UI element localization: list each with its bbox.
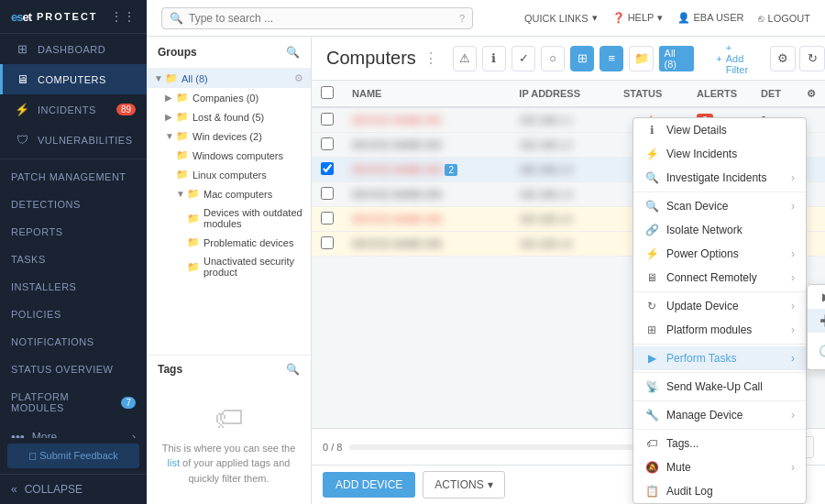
ctx-label: Audit Log bbox=[666, 485, 713, 498]
sidebar-item-patch-management[interactable]: Patch Management bbox=[0, 163, 147, 191]
grid-view-btn[interactable]: ⊞ bbox=[570, 46, 594, 71]
ip-address: 192.168.1.3 bbox=[519, 164, 572, 175]
sidebar-item-installers[interactable]: Installers bbox=[0, 273, 147, 301]
circle-filter-btn[interactable]: ○ bbox=[541, 46, 565, 71]
ctx-power-options[interactable]: ⚡ Power Options › bbox=[633, 242, 806, 266]
ctx-separator bbox=[633, 429, 806, 430]
folder-view-btn[interactable]: 📁 bbox=[629, 46, 653, 71]
gear-icon[interactable]: ⚙ bbox=[294, 72, 303, 84]
ip-address: 192.168.1.4 bbox=[519, 189, 572, 200]
warning-filter-btn[interactable]: ⚠ bbox=[453, 46, 477, 71]
tree-item-windows-computers[interactable]: 📁 Windows computers bbox=[147, 146, 311, 165]
ctx-scan-device[interactable]: 🔍 Scan Device › bbox=[633, 194, 806, 218]
ok-filter-btn[interactable]: ✓ bbox=[512, 46, 535, 71]
submenu-arrow-icon: › bbox=[791, 247, 795, 260]
left-panel: Groups 🔍 ▼ 📁 All (8) ⚙ ▶ 📁 Companies (0)… bbox=[147, 37, 312, 504]
user-btn[interactable]: 👤 EBA USER bbox=[677, 12, 743, 24]
tags-search-icon[interactable]: 🔍 bbox=[286, 363, 300, 376]
tree-item-win-devices[interactable]: ▼ 📁 Win devices (2) bbox=[147, 126, 311, 146]
ctx-platform-modules[interactable]: ⊞ Platform modules › bbox=[633, 318, 806, 342]
sidebar-item-notifications[interactable]: Notifications bbox=[0, 328, 147, 356]
sidebar-item-incidents[interactable]: ⚡ INCIDENTS 89 bbox=[0, 94, 147, 125]
sidebar-item-status-overview[interactable]: Status Overview bbox=[0, 356, 147, 383]
new-task-icon: ➕ bbox=[819, 314, 825, 327]
ctx-isolate-network[interactable]: 🔗 Isolate Network bbox=[633, 218, 806, 242]
tree-item-outdated-modules[interactable]: 📁 Devices with outdated modules bbox=[147, 203, 311, 233]
sidebar-more[interactable]: ••• More › bbox=[0, 422, 147, 438]
actions-dropdown-btn[interactable]: ACTIONS ▾ bbox=[423, 471, 504, 499]
row-checkbox[interactable] bbox=[321, 162, 334, 175]
col-det[interactable]: DET bbox=[752, 81, 798, 107]
folder-icon: 📁 bbox=[176, 149, 189, 161]
tree-item-lost-found[interactable]: ▶ 📁 Lost & found (5) bbox=[147, 107, 311, 126]
sidebar-item-platform-modules[interactable]: Platform Modules 7 bbox=[0, 383, 147, 422]
search-box[interactable]: 🔍 ? bbox=[161, 7, 473, 29]
refresh-icon-btn[interactable]: ↻ bbox=[799, 46, 825, 71]
sidebar-item-reports[interactable]: Reports bbox=[0, 218, 147, 246]
search-help-icon[interactable]: ? bbox=[459, 13, 465, 24]
settings-icon-btn[interactable]: ⚙ bbox=[770, 46, 796, 71]
help-btn[interactable]: ❓ HELP ▾ bbox=[612, 12, 664, 24]
sidebar-item-dashboard[interactable]: ⊞ DASHBOARD bbox=[0, 34, 147, 64]
submenu-arrow-icon: › bbox=[791, 271, 795, 284]
ctx-send-wakeup[interactable]: 📡 Send Wake-Up Call bbox=[633, 375, 806, 399]
quick-links-btn[interactable]: QUICK LINKS ▾ bbox=[524, 12, 598, 24]
sidebar-item-policies[interactable]: Policies bbox=[0, 301, 147, 328]
info-filter-btn[interactable]: ℹ bbox=[482, 46, 506, 71]
sidebar-item-detections[interactable]: Detections bbox=[0, 191, 147, 218]
col-alerts[interactable]: ALERTS bbox=[688, 81, 752, 107]
row-checkbox[interactable] bbox=[321, 137, 334, 150]
search-input[interactable] bbox=[189, 12, 454, 25]
pagination-label: 0 / 8 bbox=[323, 442, 342, 453]
sidebar-item-tasks[interactable]: Tasks bbox=[0, 246, 147, 273]
expand-icon: ▶ bbox=[165, 112, 176, 122]
tree-item-companies[interactable]: ▶ 📁 Companies (0) bbox=[147, 88, 311, 107]
submit-feedback-btn[interactable]: ◻ Submit Feedback bbox=[7, 444, 139, 468]
tree-item-problematic[interactable]: 📁 Problematic devices bbox=[147, 233, 311, 252]
row-checkbox[interactable] bbox=[321, 236, 334, 249]
add-filter-btn[interactable]: + + Add Filter bbox=[709, 38, 755, 79]
sub-new-task[interactable]: ➕ New Task... bbox=[808, 309, 825, 333]
ctx-investigate-incidents[interactable]: 🔍 Investigate Incidents › bbox=[633, 166, 806, 190]
ctx-view-details[interactable]: ℹ View Details bbox=[633, 118, 806, 142]
logout-btn[interactable]: ⎋ LOGOUT bbox=[758, 13, 810, 24]
tree-item-all[interactable]: ▼ 📁 All (8) ⚙ bbox=[147, 69, 311, 88]
sub-recent-tasks[interactable]: 🕐 Recent tasks › bbox=[808, 333, 825, 369]
dashboard-icon: ⊞ bbox=[14, 42, 30, 56]
tree-item-label: All (8) bbox=[182, 73, 294, 84]
row-checkbox[interactable] bbox=[321, 113, 334, 126]
col-ip[interactable]: IP ADDRESS bbox=[510, 81, 614, 107]
collapse-btn[interactable]: « COLLAPSE bbox=[0, 474, 147, 504]
header-menu-icon[interactable]: ⋮ bbox=[424, 49, 438, 67]
grid-icon[interactable]: ⋮⋮ bbox=[110, 9, 136, 24]
col-settings[interactable]: ⚙ bbox=[798, 81, 825, 107]
row-checkbox[interactable] bbox=[321, 212, 334, 225]
row-checkbox[interactable] bbox=[321, 187, 334, 200]
ctx-label: Manage Device bbox=[666, 409, 742, 422]
sidebar-item-vulnerabilities[interactable]: 🛡 VULNERABILITIES bbox=[0, 125, 147, 155]
ctx-update-device[interactable]: ↻ Update Device › bbox=[633, 294, 806, 318]
tree-item-linux-computers[interactable]: 📁 Linux computers bbox=[147, 165, 311, 184]
col-name[interactable]: NAME bbox=[343, 81, 510, 107]
ctx-label: Mute bbox=[666, 461, 691, 474]
select-all-checkbox[interactable] bbox=[321, 86, 334, 99]
sub-run-task[interactable]: ▶ Run Task... bbox=[808, 285, 825, 309]
ctx-label: Connect Remotely bbox=[666, 271, 757, 284]
add-device-btn[interactable]: ADD DEVICE bbox=[323, 472, 415, 498]
list-view-btn[interactable]: ≡ bbox=[600, 46, 623, 71]
submenu-arrow-icon: › bbox=[791, 323, 795, 336]
sidebar-item-computers[interactable]: 🖥 COMPUTERS bbox=[0, 64, 147, 94]
ctx-manage-device[interactable]: 🔧 Manage Device › bbox=[633, 403, 806, 427]
ctx-tags[interactable]: 🏷 Tags... bbox=[633, 432, 806, 455]
ctx-mute[interactable]: 🔕 Mute › bbox=[633, 455, 806, 479]
incidents-icon: ⚡ bbox=[644, 148, 659, 160]
ctx-view-incidents[interactable]: ⚡ View Incidents bbox=[633, 142, 806, 166]
all-badge[interactable]: All (8) bbox=[659, 46, 695, 71]
ctx-perform-tasks[interactable]: ▶ Perform Tasks › bbox=[633, 346, 806, 370]
ctx-connect-remotely[interactable]: 🖥 Connect Remotely › bbox=[633, 266, 806, 290]
ctx-audit-log[interactable]: 📋 Audit Log bbox=[633, 479, 806, 503]
tree-item-mac-computers[interactable]: ▼ 📁 Mac computers bbox=[147, 184, 311, 203]
groups-search-icon[interactable]: 🔍 bbox=[286, 46, 300, 59]
col-status[interactable]: STATUS bbox=[614, 81, 688, 107]
tree-item-unactivated[interactable]: 📁 Unactivated security product bbox=[147, 252, 311, 281]
